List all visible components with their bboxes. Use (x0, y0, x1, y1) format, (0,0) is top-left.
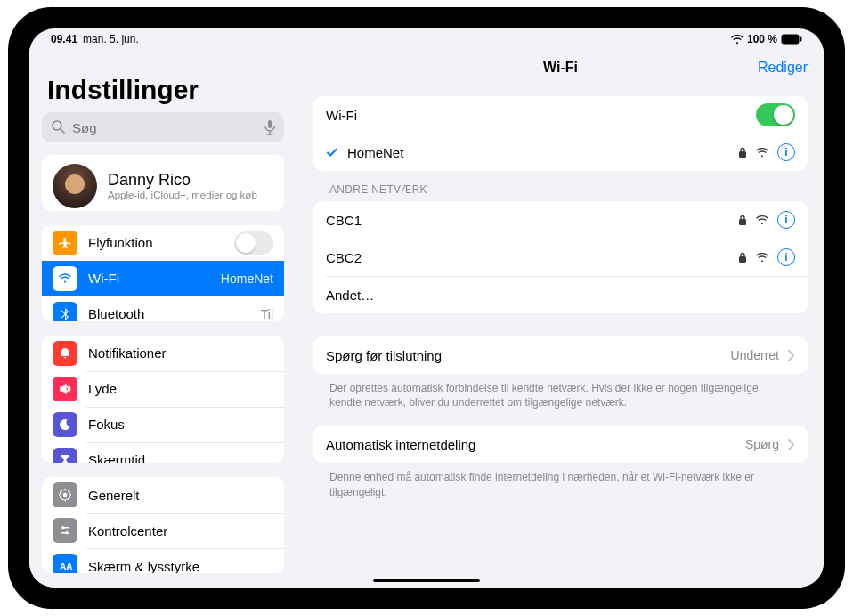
signal-icon (756, 253, 768, 263)
sidebar-item-general[interactable]: Generelt (42, 477, 284, 513)
detail-title: Wi-Fi (543, 60, 578, 76)
bell-icon (53, 341, 77, 366)
lock-icon (738, 252, 747, 263)
speaker-icon (53, 377, 77, 401)
info-icon[interactable]: i (777, 143, 795, 161)
wifi-toggle-row[interactable]: Wi-Fi (313, 96, 808, 134)
connected-network-name: HomeNet (347, 145, 738, 160)
sidebar-item-bluetooth[interactable]: Bluetooth Til (42, 296, 284, 321)
lock-icon (738, 215, 747, 226)
svg-rect-4 (268, 120, 272, 128)
svg-line-3 (61, 129, 64, 133)
ask-label: Spørg før tilslutning (326, 348, 731, 363)
avatar (53, 164, 97, 208)
hotspot-label: Automatisk internetdeling (326, 437, 745, 452)
sidebar-item-sounds[interactable]: Lyde (42, 371, 284, 407)
svg-text:AA: AA (60, 562, 72, 571)
info-icon[interactable]: i (777, 248, 795, 266)
network-name: CBC1 (326, 213, 738, 228)
sidebar-item-wifi[interactable]: Wi-Fi HomeNet (42, 261, 284, 296)
svg-point-9 (65, 531, 68, 534)
settings-sidebar: Indstillinger Danny Rico (29, 48, 297, 588)
svg-point-7 (61, 526, 64, 529)
chevron-right-icon (788, 350, 795, 361)
hotspot-footer: Denne enhed må automatisk finde internet… (329, 470, 792, 498)
signal-icon (756, 148, 768, 158)
sidebar-item-controlcenter[interactable]: Kontrolcenter (42, 513, 284, 548)
detail-navbar: Wi-Fi Rediger (297, 48, 824, 87)
dictation-icon[interactable] (264, 119, 275, 135)
svg-point-5 (63, 493, 67, 497)
ask-footer: Der oprettes automatisk forbindelse til … (329, 381, 792, 409)
search-input[interactable] (42, 112, 284, 142)
airplane-icon (53, 231, 77, 255)
sidebar-item-airplane[interactable]: Flyfunktion (42, 225, 284, 261)
wifi-status-icon (731, 35, 743, 45)
bluetooth-icon (53, 302, 77, 321)
battery-icon (781, 34, 802, 45)
controlcenter-label: Kontrolcenter (88, 523, 273, 539)
edit-button[interactable]: Rediger (758, 60, 808, 76)
screentime-label: Skærmtid (88, 452, 273, 463)
notifications-label: Notifikationer (88, 345, 273, 361)
ask-to-join-row[interactable]: Spørg før tilslutning Underret (313, 336, 808, 374)
svg-rect-13 (739, 256, 746, 263)
lock-icon (738, 147, 747, 158)
info-icon[interactable]: i (777, 211, 795, 229)
network-name: CBC2 (326, 250, 738, 265)
sliders-icon (53, 518, 77, 543)
wifi-value: HomeNet (221, 272, 273, 286)
search-field[interactable] (42, 112, 284, 142)
apple-id-row[interactable]: Danny Rico Apple-id, iCloud+, medier og … (42, 155, 284, 211)
sidebar-item-notifications[interactable]: Notifikationer (42, 336, 284, 371)
bluetooth-value: Til (261, 307, 273, 321)
account-name: Danny Rico (108, 171, 257, 190)
other-network-label: Andet… (326, 288, 795, 303)
svg-rect-0 (782, 35, 800, 45)
ask-value: Underret (731, 348, 779, 362)
sounds-label: Lyde (88, 381, 273, 396)
gear-icon (53, 482, 77, 507)
sidebar-item-display[interactable]: AA Skærm & lysstyrke (42, 548, 284, 573)
svg-rect-11 (739, 151, 746, 158)
status-date: man. 5. jun. (83, 33, 139, 45)
bluetooth-label: Bluetooth (88, 306, 261, 320)
airplane-toggle[interactable] (234, 231, 273, 255)
network-row[interactable]: CBC2 i (313, 239, 808, 276)
search-icon (51, 119, 65, 134)
focus-label: Fokus (88, 417, 273, 432)
auto-hotspot-row[interactable]: Automatisk internetdeling Spørg (313, 426, 808, 463)
account-subtitle: Apple-id, iCloud+, medier og køb (108, 190, 257, 201)
status-time: 09.41 (51, 33, 77, 45)
other-network-row[interactable]: Andet… (313, 276, 808, 313)
settings-title: Indstillinger (47, 75, 279, 105)
chevron-right-icon (788, 439, 795, 450)
airplane-label: Flyfunktion (88, 235, 234, 250)
detail-pane: Wi-Fi Rediger Wi-Fi (297, 48, 824, 588)
battery-text: 100 % (747, 33, 777, 45)
status-bar: 09.41 man. 5. jun. 100 % (29, 28, 824, 48)
wifi-toggle-label: Wi-Fi (326, 108, 756, 123)
sidebar-item-screentime[interactable]: Skærmtid (42, 442, 284, 464)
other-networks-header: ANDRE NETVÆRK (329, 183, 792, 196)
general-label: Generelt (88, 488, 273, 503)
connected-network-row[interactable]: HomeNet i (313, 134, 808, 171)
hourglass-icon (53, 448, 77, 464)
wifi-icon (53, 266, 77, 291)
svg-rect-1 (800, 37, 802, 42)
wifi-toggle[interactable] (756, 103, 795, 126)
home-indicator[interactable] (373, 579, 480, 582)
sun-text-icon: AA (53, 554, 77, 573)
network-row[interactable]: CBC1 i (313, 201, 808, 239)
display-label: Skærm & lysstyrke (88, 559, 273, 573)
sidebar-item-focus[interactable]: Fokus (42, 407, 284, 442)
hotspot-value: Spørg (745, 437, 779, 451)
signal-icon (756, 215, 768, 225)
moon-icon (53, 412, 77, 437)
svg-rect-12 (739, 219, 746, 225)
checkmark-icon (326, 146, 338, 158)
wifi-label: Wi-Fi (88, 271, 221, 286)
